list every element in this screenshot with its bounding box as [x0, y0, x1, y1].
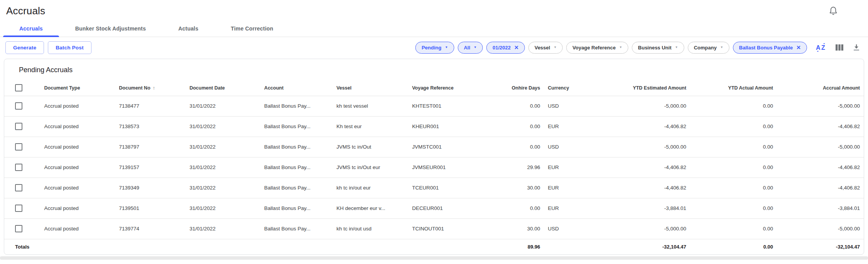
cell-accrual-amount: -4,406.82 [777, 116, 864, 137]
tab-accruals[interactable]: Accruals [3, 20, 59, 37]
close-icon[interactable]: ✕ [514, 45, 519, 50]
cell-voyage-reference: KHTEST001 [408, 96, 494, 116]
table-row[interactable]: Accrual posted713977431/01/2022Ballast B… [4, 218, 864, 239]
cell-document-date: 31/01/2022 [186, 137, 261, 157]
table-body: Accrual posted713847731/01/2022Ballast B… [4, 96, 864, 239]
filter-chip-ballast-bonus-payable[interactable]: Ballast Bonus Payable✕ [733, 42, 807, 54]
row-checkbox[interactable] [15, 184, 22, 191]
cell-ytd-estimated-amount: -4,406.82 [610, 116, 690, 137]
column-header-ytd-actual-amount[interactable]: YTD Actual Amount [690, 80, 777, 96]
column-header-label: YTD Estimated Amount [633, 85, 686, 91]
cell-document-date: 31/01/2022 [186, 116, 261, 137]
cell-document-date: 31/01/2022 [186, 157, 261, 178]
chevron-down-icon[interactable]: ▼ [553, 46, 557, 49]
avatar[interactable]: D [847, 4, 860, 18]
filter-chip-all[interactable]: All▼ [458, 42, 483, 54]
toolbar: Generate Batch Post Pending▼All▼01/2022✕… [0, 37, 868, 58]
cell-voyage-reference: TCINOUT001 [408, 218, 494, 239]
cell-onhire-days: 0.00 [494, 137, 544, 157]
batch-post-button[interactable]: Batch Post [48, 41, 91, 54]
totals-row: Totals 89.96 -32,104.47 0.00 -32,104.47 [4, 239, 864, 254]
column-header-document-no[interactable]: Document No↑ [115, 80, 186, 96]
cell-accrual-amount: -4,406.82 [777, 157, 864, 178]
cell-account: Ballast Bonus Pay... [261, 218, 333, 239]
cell-accrual-amount: -4,406.82 [777, 178, 864, 198]
filter-chip-business-unit[interactable]: Business Unit▼ [632, 42, 684, 54]
column-header-label: Document No [119, 85, 150, 91]
chevron-down-icon[interactable]: ▼ [445, 46, 448, 49]
cell-currency: EUR [544, 116, 610, 137]
cell-account: Ballast Bonus Pay... [261, 178, 333, 198]
column-header-voyage-reference[interactable]: Voyage Reference [408, 80, 494, 96]
tab-bar: AccrualsBunker Stock AdjustmentsActualsT… [0, 20, 868, 37]
cell-onhire-days: 30.00 [494, 178, 544, 198]
row-checkbox-cell [4, 137, 41, 157]
tab-actuals[interactable]: Actuals [162, 20, 215, 37]
download-icon[interactable] [852, 43, 861, 52]
cell-vessel: kh tc in/out eur [333, 178, 408, 198]
accruals-table: Document TypeDocument No↑Document DateAc… [4, 80, 864, 254]
row-checkbox[interactable] [15, 225, 22, 232]
filter-chip-pending[interactable]: Pending▼ [415, 42, 454, 54]
cell-document-type: Accrual posted [41, 137, 115, 157]
chip-label: Vessel [535, 45, 550, 51]
cell-vessel: kh tc in/out usd [333, 218, 408, 239]
tab-time-correction[interactable]: Time Correction [215, 20, 289, 37]
cell-document-no: 7139501 [115, 198, 186, 218]
cell-document-type: Accrual posted [41, 96, 115, 116]
close-icon[interactable]: ✕ [796, 45, 801, 50]
cell-currency: USD [544, 96, 610, 116]
cell-document-no: 7138573 [115, 116, 186, 137]
cell-vessel: JVMS tc in/Out eur [333, 157, 408, 178]
filter-chips: Pending▼All▼01/2022✕Vessel▼Voyage Refere… [412, 42, 807, 54]
chevron-down-icon[interactable]: ▼ [474, 46, 477, 49]
cell-onhire-days: 29.96 [494, 157, 544, 178]
row-checkbox[interactable] [15, 164, 22, 171]
sort-alphabetical-icon[interactable]: A Z [816, 43, 827, 52]
table-row[interactable]: Accrual posted713915731/01/2022Ballast B… [4, 157, 864, 178]
cell-ytd-actual-amount: 0.00 [690, 96, 777, 116]
table-row[interactable]: Accrual posted713879731/01/2022Ballast B… [4, 137, 864, 157]
notifications-bell-icon[interactable] [828, 6, 838, 16]
filter-chip-vessel[interactable]: Vessel▼ [528, 42, 563, 54]
row-checkbox[interactable] [15, 102, 22, 110]
table-row[interactable]: Accrual posted713934931/01/2022Ballast B… [4, 178, 864, 198]
generate-button[interactable]: Generate [5, 41, 44, 54]
horizontal-scrollbar[interactable] [0, 256, 868, 260]
column-header-document-date[interactable]: Document Date [186, 80, 261, 96]
select-all-checkbox[interactable] [15, 84, 22, 91]
cell-ytd-estimated-amount: -5,000.00 [610, 137, 690, 157]
column-header-accrual-amount[interactable]: Accrual Amount [777, 80, 864, 96]
chevron-down-icon[interactable]: ▼ [619, 46, 622, 49]
page-title: Accruals [6, 5, 45, 17]
row-checkbox[interactable] [15, 143, 22, 151]
column-header-onhire-days[interactable]: Onhire Days [494, 80, 544, 96]
chevron-down-icon[interactable]: ▼ [675, 46, 678, 49]
cell-voyage-reference: JVMSEUR001 [408, 157, 494, 178]
cell-document-type: Accrual posted [41, 198, 115, 218]
chevron-down-icon[interactable]: ▼ [720, 46, 723, 49]
column-header-currency[interactable]: Currency [544, 80, 610, 96]
svg-text:Z: Z [821, 44, 825, 51]
cell-onhire-days: 0.00 [494, 116, 544, 137]
column-header-document-type[interactable]: Document Type [41, 80, 115, 96]
row-checkbox[interactable] [15, 205, 22, 212]
column-header-account[interactable]: Account [261, 80, 333, 96]
column-header-ytd-estimated-amount[interactable]: YTD Estimated Amount [610, 80, 690, 96]
cell-document-type: Accrual posted [41, 157, 115, 178]
table-row[interactable]: Accrual posted713847731/01/2022Ballast B… [4, 96, 864, 116]
filter-chip-01-2022[interactable]: 01/2022✕ [486, 42, 525, 54]
totals-ytd-actual-amount: 0.00 [690, 239, 777, 254]
table-row[interactable]: Accrual posted713857331/01/2022Ballast B… [4, 116, 864, 137]
cell-account: Ballast Bonus Pay... [261, 116, 333, 137]
table-row[interactable]: Accrual posted713950131/01/2022Ballast B… [4, 198, 864, 218]
row-checkbox[interactable] [15, 123, 22, 130]
app-header: Accruals D [0, 0, 868, 19]
filter-chip-company[interactable]: Company▼ [688, 42, 729, 54]
column-header-vessel[interactable]: Vessel [333, 80, 408, 96]
tab-bunker-stock-adjustments[interactable]: Bunker Stock Adjustments [59, 20, 162, 37]
sort-ascending-icon: ↑ [153, 85, 156, 91]
column-chooser-icon[interactable] [835, 43, 844, 52]
filter-chip-voyage-reference[interactable]: Voyage Reference▼ [566, 42, 628, 54]
cell-ytd-estimated-amount: -3,884.01 [610, 198, 690, 218]
